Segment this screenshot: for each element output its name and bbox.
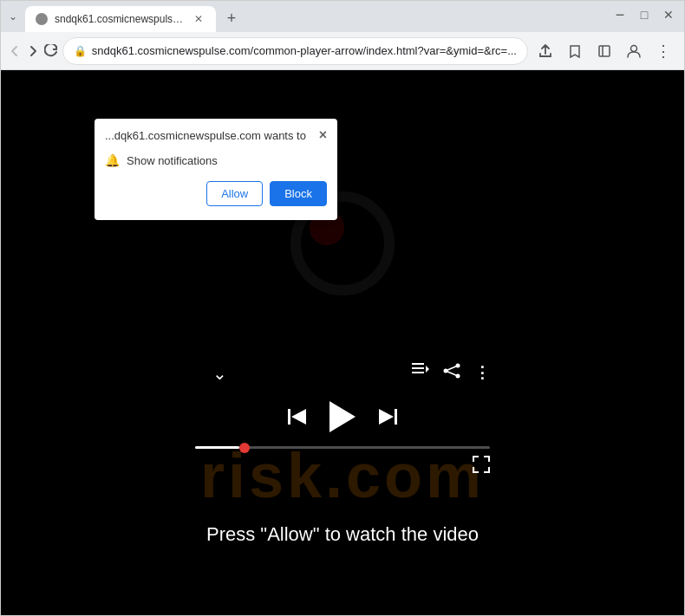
skip-next-button[interactable] xyxy=(376,405,401,429)
popup-close-button[interactable]: × xyxy=(319,127,327,143)
svg-rect-13 xyxy=(288,409,290,425)
bookmark-button[interactable] xyxy=(561,37,589,65)
popup-body: 🔔 Show notifications Allow Block xyxy=(95,146,337,220)
nav-right-controls: ⋮ xyxy=(532,37,677,65)
bell-icon: 🔔 xyxy=(105,153,120,167)
progress-track xyxy=(195,446,490,449)
notification-popup: ...dqk61.cosmicnewspulse.com wants to × … xyxy=(95,119,337,220)
navigation-bar: 🔒 sndqk61.cosmicnewspulse.com/common-pla… xyxy=(1,32,684,70)
block-button[interactable]: Block xyxy=(270,181,327,206)
browser-window: ⌄ sndqk61.cosmicnewspulse.com/ ✕ + − □ ✕… xyxy=(0,0,685,616)
tab-close-button[interactable]: ✕ xyxy=(192,12,206,26)
lock-icon: 🔒 xyxy=(74,45,87,57)
progress-fill xyxy=(195,446,239,449)
popup-notification-label: Show notifications xyxy=(127,154,218,167)
svg-marker-7 xyxy=(426,366,429,373)
page-content: risk.com ⌄ ⋮ xyxy=(1,70,684,615)
share-icon[interactable] xyxy=(443,363,460,384)
svg-rect-4 xyxy=(412,363,424,365)
popup-notification-row: 🔔 Show notifications xyxy=(105,153,327,167)
svg-rect-5 xyxy=(412,367,424,369)
play-button[interactable] xyxy=(329,401,356,432)
profile-button[interactable] xyxy=(620,37,648,65)
share-button[interactable] xyxy=(532,37,559,65)
reload-button[interactable] xyxy=(44,37,59,65)
address-text: sndqk61.cosmicnewspulse.com/common-playe… xyxy=(92,44,517,57)
svg-line-11 xyxy=(446,366,458,371)
address-bar[interactable]: 🔒 sndqk61.cosmicnewspulse.com/common-pla… xyxy=(62,37,528,65)
popup-header: ...dqk61.cosmicnewspulse.com wants to × xyxy=(95,119,337,146)
popup-title: ...dqk61.cosmicnewspulse.com wants to xyxy=(105,129,306,142)
more-icon[interactable]: ⋮ xyxy=(474,363,490,384)
progress-bar[interactable] xyxy=(195,446,490,449)
new-tab-button[interactable]: + xyxy=(219,6,244,30)
close-window-button[interactable]: ✕ xyxy=(660,6,677,23)
menu-button[interactable]: ⋮ xyxy=(649,37,677,65)
fullscreen-area xyxy=(195,456,490,477)
svg-rect-1 xyxy=(599,46,610,56)
back-button[interactable] xyxy=(8,37,23,65)
skip-previous-button[interactable] xyxy=(284,405,309,429)
chevron-down-icon[interactable]: ⌄ xyxy=(212,363,227,384)
queue-icon[interactable] xyxy=(412,363,429,384)
playback-controls xyxy=(195,401,490,432)
svg-point-3 xyxy=(630,45,636,51)
svg-point-0 xyxy=(37,15,46,23)
tab-list-chevron[interactable]: ⌄ xyxy=(4,8,22,25)
press-allow-text: Press "Allow" to watch the video xyxy=(1,523,684,546)
minimize-button[interactable]: − xyxy=(611,6,629,23)
svg-line-12 xyxy=(446,371,458,376)
forward-button[interactable] xyxy=(26,37,41,65)
window-controls: − □ ✕ xyxy=(611,6,677,23)
sidebar-button[interactable] xyxy=(590,37,618,65)
tab-title: sndqk61.cosmicnewspulse.com/ xyxy=(55,13,185,25)
video-controls: ⌄ ⋮ xyxy=(195,363,490,477)
maximize-button[interactable]: □ xyxy=(636,6,653,23)
tab-favicon xyxy=(36,13,48,25)
active-tab[interactable]: sndqk61.cosmicnewspulse.com/ ✕ xyxy=(25,6,216,32)
allow-button[interactable]: Allow xyxy=(206,181,263,206)
svg-rect-6 xyxy=(412,372,424,373)
svg-marker-16 xyxy=(379,409,394,425)
progress-thumb[interactable] xyxy=(239,443,250,453)
top-controls: ⌄ ⋮ xyxy=(195,363,490,384)
fullscreen-button[interactable] xyxy=(473,456,490,477)
svg-rect-15 xyxy=(395,409,397,425)
popup-buttons: Allow Block xyxy=(105,181,327,206)
svg-marker-14 xyxy=(291,409,306,425)
tab-bar: ⌄ sndqk61.cosmicnewspulse.com/ ✕ + − □ ✕ xyxy=(1,1,684,32)
